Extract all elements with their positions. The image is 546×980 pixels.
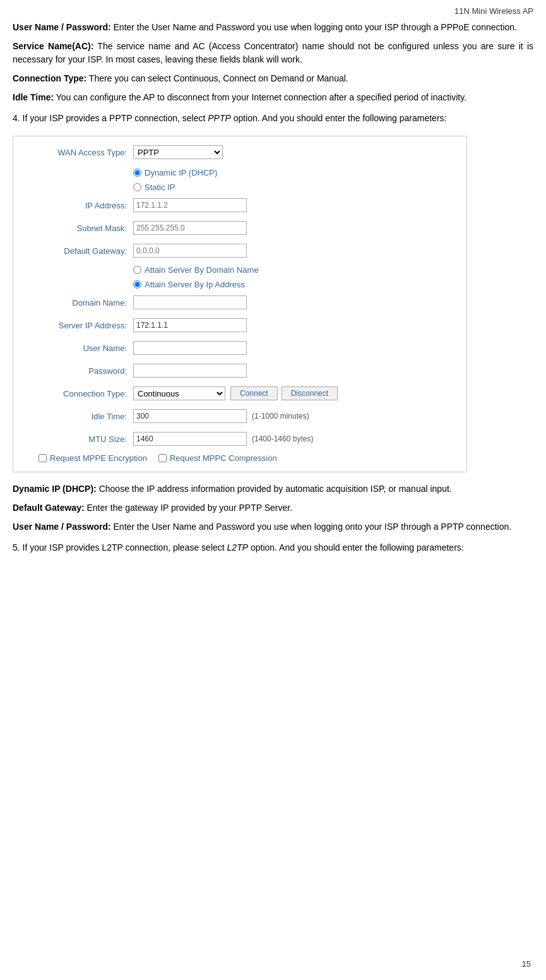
mtu-size-row: MTU Size: (1400-1460 bytes) — [26, 431, 454, 447]
user-name-password-text: Enter the User Name and Password you use… — [111, 22, 517, 32]
wan-access-row: WAN Access Type: PPTP Dynamic IP (DHCP) … — [26, 145, 454, 159]
idle-time-row: Idle Time: (1-1000 minutes) — [26, 408, 454, 424]
dynamic-ip-section: Dynamic IP (DHCP): Choose the IP address… — [13, 482, 533, 534]
connection-type-select[interactable]: Continuous Connect on Demand Manual — [133, 386, 225, 400]
page-header: 11N Mini Wireless AP — [13, 6, 533, 16]
l2tp-intro2-text: option. And you should enter the followi… — [248, 542, 464, 553]
connection-buttons: Connect Disconnect — [230, 386, 338, 400]
mtu-size-label: MTU Size: — [26, 434, 133, 444]
server-ip-label: Server IP Address: — [26, 321, 133, 330]
server-ip-input[interactable] — [133, 318, 247, 332]
default-gateway-form-label: Default Gateway: — [26, 246, 133, 256]
user-name-row: User Name: — [26, 340, 454, 356]
service-name-label: Service Name(AC): — [13, 41, 93, 51]
radio-attain-ip-label: Attain Server By Ip Address — [145, 280, 245, 289]
connection-type-label-para: Connection Type: — [13, 73, 86, 83]
radio-attain-domain-label: Attain Server By Domain Name — [145, 265, 259, 275]
user-name-password2-text: Enter the User Name and Password you use… — [111, 522, 512, 532]
radio-attain-ip-row: Attain Server By Ip Address — [133, 280, 454, 289]
connection-type-form-label: Connection Type: — [26, 389, 133, 398]
pptp-form-box: WAN Access Type: PPTP Dynamic IP (DHCP) … — [13, 136, 467, 472]
l2tp-intro-text: 5. If your ISP provides L2TP connection,… — [13, 542, 227, 553]
mppe-checkbox-item: Request MPPE Encryption — [39, 453, 147, 463]
password-form-label: Password: — [26, 366, 133, 376]
mtu-size-input[interactable] — [133, 432, 247, 446]
domain-name-row: Domain Name: — [26, 294, 454, 311]
radio-dynamic-ip-label: Dynamic IP (DHCP) — [145, 168, 217, 177]
idle-time-hint: (1-1000 minutes) — [252, 412, 309, 421]
pptp-option-text: PPTP — [208, 113, 231, 123]
radio-static-ip-label: Static IP — [145, 182, 175, 192]
subnet-mask-input[interactable] — [133, 221, 247, 235]
subnet-mask-label: Subnet Mask: — [26, 224, 133, 233]
mppc-checkbox-item: Request MPPC Compression — [158, 453, 277, 463]
ip-address-row: IP Address: — [26, 197, 454, 213]
radio-dynamic-ip[interactable] — [133, 169, 141, 177]
checkbox-row: Request MPPE Encryption Request MPPC Com… — [39, 453, 454, 463]
page-number: 15 — [522, 959, 531, 969]
default-gateway-text: Enter the gateway IP provided by your PP… — [85, 503, 292, 513]
wan-access-select[interactable]: PPTP Dynamic IP (DHCP) Static IP PPPoE L… — [133, 145, 223, 159]
mppe-label: Request MPPE Encryption — [50, 453, 147, 463]
disconnect-button[interactable]: Disconnect — [282, 386, 338, 400]
pptp-intro-section: 4. If your ISP provides a PPTP connectio… — [13, 112, 533, 126]
default-gateway-input[interactable] — [133, 244, 247, 258]
password-row: Password: — [26, 362, 454, 379]
idle-time-input[interactable] — [133, 409, 247, 423]
password-input[interactable] — [133, 364, 247, 378]
wan-access-label: WAN Access Type: — [26, 148, 133, 157]
user-name-password2-label: User Name / Password: — [13, 522, 111, 532]
connect-button[interactable]: Connect — [230, 386, 278, 400]
dynamic-ip-text: Choose the IP address information provid… — [97, 484, 452, 494]
radio-attain-ip[interactable] — [133, 280, 141, 289]
radio-attain-domain[interactable] — [133, 266, 141, 274]
radio-dynamic-ip-row: Dynamic IP (DHCP) — [133, 168, 454, 177]
pptp-intro2-text: option. And you should enter the followi… — [231, 113, 447, 123]
idle-time-text: You can configure the AP to disconnect f… — [54, 92, 466, 102]
ip-address-label: IP Address: — [26, 201, 133, 210]
server-ip-row: Server IP Address: — [26, 317, 454, 333]
user-name-form-label: User Name: — [26, 344, 133, 353]
user-name-password-section: User Name / Password: Enter the User Nam… — [13, 21, 533, 104]
default-gateway-label-para: Default Gateway: — [13, 503, 85, 513]
ip-address-input[interactable] — [133, 198, 247, 212]
mppe-checkbox[interactable] — [39, 454, 47, 462]
mppc-label: Request MPPC Compression — [170, 453, 277, 463]
mtu-size-hint: (1400-1460 bytes) — [252, 434, 313, 443]
idle-time-label-para: Idle Time: — [13, 92, 54, 102]
radio-static-ip-row: Static IP — [133, 182, 454, 192]
default-gateway-row: Default Gateway: — [26, 242, 454, 259]
header-title: 11N Mini Wireless AP — [454, 6, 533, 16]
connection-type-text: There you can select Continuous, Connect… — [86, 73, 348, 83]
mppc-checkbox[interactable] — [158, 454, 167, 462]
radio-static-ip[interactable] — [133, 183, 141, 191]
radio-attain-domain-row: Attain Server By Domain Name — [133, 265, 454, 275]
l2tp-option-text: L2TP — [227, 542, 248, 553]
domain-name-label: Domain Name: — [26, 298, 133, 308]
subnet-mask-row: Subnet Mask: — [26, 220, 454, 236]
l2tp-intro-section: 5. If your ISP provides L2TP connection,… — [13, 541, 533, 555]
connection-type-row: Connection Type: Continuous Connect on D… — [26, 385, 454, 402]
user-name-password-label: User Name / Password: — [13, 22, 111, 32]
pptp-intro-text: 4. If your ISP provides a PPTP connectio… — [13, 113, 208, 123]
idle-time-form-label: Idle Time: — [26, 412, 133, 421]
dynamic-ip-label: Dynamic IP (DHCP): — [13, 484, 97, 494]
domain-name-input[interactable] — [133, 296, 247, 309]
user-name-input[interactable] — [133, 341, 247, 355]
